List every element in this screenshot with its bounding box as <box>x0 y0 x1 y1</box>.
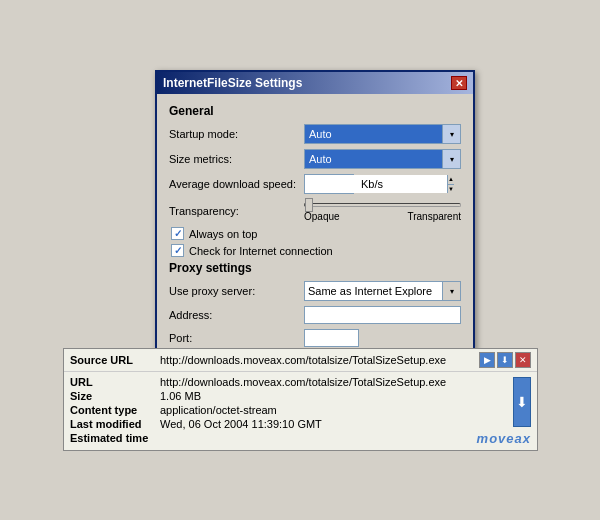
content-type-row: Content type application/octet-stream <box>70 404 477 416</box>
avg-download-row: Average download speed: ▲ ▼ Kb/s <box>169 174 461 194</box>
address-label: Address: <box>169 309 304 321</box>
use-proxy-control: Same as Internet Explore ▾ <box>304 281 461 301</box>
close-info-button[interactable]: ✕ <box>515 352 531 368</box>
startup-mode-row: Startup mode: Auto ▾ <box>169 124 461 144</box>
slider-container <box>304 199 461 211</box>
last-modified-label: Last modified <box>70 418 160 430</box>
port-label: Port: <box>169 332 304 344</box>
proxy-dropdown-arrow-icon[interactable]: ▾ <box>442 282 460 300</box>
always-on-top-checkbox[interactable]: ✓ <box>171 227 184 240</box>
last-modified-value: Wed, 06 Oct 2004 11:39:10 GMT <box>160 418 322 430</box>
startup-mode-dropdown[interactable]: Auto ▾ <box>304 124 461 144</box>
check-internet-checkbox[interactable]: ✓ <box>171 244 184 257</box>
spin-arrows: ▲ ▼ <box>447 175 454 193</box>
slider-thumb[interactable] <box>305 198 313 212</box>
url-row: URL http://downloads.moveax.com/totalsiz… <box>70 376 477 388</box>
check-internet-label: Check for Internet connection <box>189 245 333 257</box>
use-proxy-dropdown[interactable]: Same as Internet Explore ▾ <box>304 281 461 301</box>
download-button[interactable]: ⬇ <box>497 352 513 368</box>
big-download-button[interactable]: ⬇ <box>513 377 531 427</box>
settings-dialog: InternetFileSize Settings ✕ General Star… <box>155 70 475 387</box>
transparency-label: Transparency: <box>169 205 304 217</box>
spin-down-button[interactable]: ▼ <box>447 185 454 194</box>
transparency-slider[interactable] <box>304 203 461 207</box>
size-value: 1.06 MB <box>160 390 201 402</box>
close-button[interactable]: ✕ <box>451 76 467 90</box>
check-internet-checkmark: ✓ <box>174 245 182 256</box>
estimated-time-label: Estimated time <box>70 432 160 444</box>
size-row: Size 1.06 MB <box>70 390 477 402</box>
size-metrics-dropdown[interactable]: Auto ▾ <box>304 149 461 169</box>
estimated-time-row: Estimated time <box>70 432 477 444</box>
port-row: Port: <box>169 329 461 347</box>
size-label: Size <box>70 390 160 402</box>
slider-labels: Opaque Transparent <box>304 211 461 222</box>
moveax-logo: moveax <box>477 431 531 446</box>
opaque-label: Opaque <box>304 211 340 222</box>
transparent-label: Transparent <box>407 211 461 222</box>
size-metrics-control: Auto ▾ <box>304 149 461 169</box>
startup-mode-control: Auto ▾ <box>304 124 461 144</box>
dialog-content: General Startup mode: Auto ▾ Size metric… <box>157 94 473 385</box>
address-input[interactable] <box>304 306 461 324</box>
startup-mode-label: Startup mode: <box>169 128 304 140</box>
avg-download-unit: Kb/s <box>361 178 383 190</box>
general-section-header: General <box>169 104 461 118</box>
avg-download-spinbox[interactable]: ▲ ▼ <box>304 174 354 194</box>
dialog-titlebar: InternetFileSize Settings ✕ <box>157 72 473 94</box>
address-control <box>304 306 461 324</box>
info-body: URL http://downloads.moveax.com/totalsiz… <box>64 372 537 450</box>
size-metrics-arrow-icon[interactable]: ▾ <box>442 150 460 168</box>
info-details: URL http://downloads.moveax.com/totalsiz… <box>70 376 477 446</box>
info-panel: Source URL http://downloads.moveax.com/t… <box>63 348 538 451</box>
content-type-value: application/octet-stream <box>160 404 277 416</box>
always-on-top-checkmark: ✓ <box>174 228 182 239</box>
check-internet-row: ✓ Check for Internet connection <box>169 244 461 257</box>
size-metrics-value: Auto <box>305 150 442 168</box>
size-metrics-row: Size metrics: Auto ▾ <box>169 149 461 169</box>
info-right-panel: ⬇ moveax <box>477 376 531 446</box>
proxy-section-header: Proxy settings <box>169 261 461 275</box>
last-modified-row: Last modified Wed, 06 Oct 2004 11:39:10 … <box>70 418 477 430</box>
port-control <box>304 329 461 347</box>
dialog-title: InternetFileSize Settings <box>163 76 302 90</box>
use-proxy-label: Use proxy server: <box>169 285 304 297</box>
always-on-top-row: ✓ Always on top <box>169 227 461 240</box>
transparency-row: Transparency: Opaque Transparent <box>169 199 461 222</box>
header-buttons: ▶ ⬇ ✕ <box>479 352 531 368</box>
content-type-label: Content type <box>70 404 160 416</box>
avg-download-control: ▲ ▼ Kb/s <box>304 174 461 194</box>
startup-mode-arrow-icon[interactable]: ▾ <box>442 125 460 143</box>
spin-up-button[interactable]: ▲ <box>447 175 454 185</box>
use-proxy-value: Same as Internet Explore <box>305 285 442 297</box>
port-input[interactable] <box>304 329 359 347</box>
size-metrics-label: Size metrics: <box>169 153 304 165</box>
transparency-control: Opaque Transparent <box>304 199 461 222</box>
url-value: http://downloads.moveax.com/totalsize/To… <box>160 376 446 388</box>
address-row: Address: <box>169 306 461 324</box>
startup-mode-value: Auto <box>305 125 442 143</box>
use-proxy-row: Use proxy server: Same as Internet Explo… <box>169 281 461 301</box>
source-url-row: Source URL http://downloads.moveax.com/t… <box>64 349 537 372</box>
source-url-value: http://downloads.moveax.com/totalsize/To… <box>160 354 475 366</box>
go-button[interactable]: ▶ <box>479 352 495 368</box>
url-label: URL <box>70 376 160 388</box>
always-on-top-label: Always on top <box>189 228 257 240</box>
avg-download-label: Average download speed: <box>169 178 304 190</box>
source-url-label: Source URL <box>70 354 160 366</box>
